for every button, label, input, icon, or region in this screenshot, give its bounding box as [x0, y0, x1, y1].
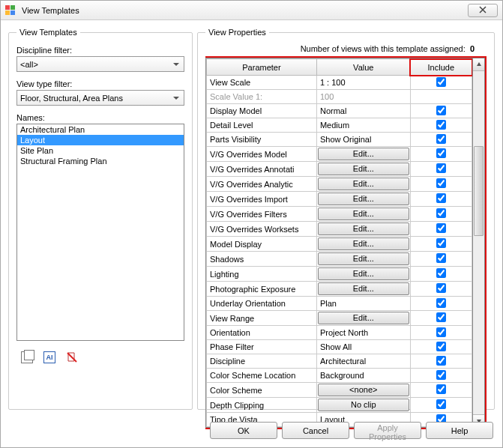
- table-row: View Scale1 : 100: [207, 76, 472, 90]
- discipline-filter-label: Discipline filter:: [16, 46, 184, 55]
- value-cell[interactable]: Edit...: [316, 177, 410, 192]
- discipline-filter-combo[interactable]: <all>: [16, 56, 184, 72]
- view-templates-dialog: View Templates View Templates Discipline…: [0, 0, 503, 448]
- view-templates-group: View Templates Discipline filter: <all> …: [8, 28, 193, 410]
- value-cell[interactable]: <none>: [316, 383, 410, 398]
- param-cell: V/G Overrides Analytic: [207, 177, 317, 192]
- include-checkbox[interactable]: [436, 148, 446, 158]
- value-cell[interactable]: 1 : 100: [316, 76, 410, 90]
- edit-button[interactable]: Edit...: [318, 267, 409, 280]
- value-cell[interactable]: Background: [316, 369, 410, 383]
- vertical-scrollbar[interactable]: [472, 58, 485, 428]
- edit-button[interactable]: No clip: [318, 399, 409, 411]
- include-cell: [410, 133, 472, 147]
- include-checkbox[interactable]: [436, 238, 446, 248]
- value-cell[interactable]: Edit...: [316, 252, 410, 267]
- value-cell[interactable]: Edit...: [316, 147, 410, 162]
- param-cell: V/G Overrides Filters: [207, 207, 317, 222]
- edit-button[interactable]: Edit...: [318, 312, 409, 324]
- edit-button[interactable]: Edit...: [318, 237, 409, 250]
- list-item[interactable]: Site Plan: [17, 145, 184, 156]
- button-row: OK Cancel Apply Properties Help: [1, 417, 502, 445]
- include-checkbox[interactable]: [436, 106, 446, 115]
- names-listbox[interactable]: Architectural PlanLayoutSite PlanStructu…: [16, 124, 184, 341]
- include-checkbox[interactable]: [436, 223, 446, 233]
- include-checkbox[interactable]: [436, 193, 446, 203]
- include-checkbox[interactable]: [436, 399, 446, 409]
- header-include[interactable]: Include: [410, 59, 472, 76]
- include-checkbox[interactable]: [436, 268, 446, 278]
- edit-button[interactable]: Edit...: [318, 178, 409, 190]
- table-row: Phase FilterShow All: [207, 340, 472, 354]
- header-value[interactable]: Value: [316, 59, 410, 76]
- header-parameter[interactable]: Parameter: [207, 59, 317, 76]
- value-cell[interactable]: Edit...: [316, 282, 410, 297]
- include-checkbox[interactable]: [436, 163, 446, 173]
- edit-button[interactable]: Edit...: [318, 282, 409, 295]
- param-cell: Photographic Exposure: [207, 282, 317, 297]
- assigned-count-label: Number of views with this template assig…: [301, 44, 466, 53]
- value-cell[interactable]: Medium: [316, 118, 410, 133]
- include-checkbox[interactable]: [436, 283, 446, 293]
- help-button[interactable]: Help: [426, 422, 493, 439]
- include-checkbox[interactable]: [436, 356, 446, 366]
- value-cell[interactable]: Edit...: [316, 267, 410, 282]
- list-item[interactable]: Structural Framing Plan: [17, 156, 184, 166]
- include-checkbox[interactable]: [436, 312, 446, 322]
- include-checkbox[interactable]: [436, 178, 446, 188]
- param-cell: Phase Filter: [207, 340, 317, 354]
- param-cell: Color Scheme: [207, 383, 317, 398]
- edit-button[interactable]: Edit...: [318, 193, 409, 205]
- scroll-up-icon[interactable]: [473, 58, 484, 71]
- include-checkbox[interactable]: [436, 120, 446, 130]
- param-cell: V/G Overrides Model: [207, 147, 317, 162]
- list-item[interactable]: Layout: [17, 135, 184, 145]
- value-cell[interactable]: Project North: [316, 326, 410, 340]
- cancel-button[interactable]: Cancel: [282, 422, 349, 439]
- value-cell[interactable]: Show All: [316, 340, 410, 354]
- value-cell[interactable]: Edit...: [316, 222, 410, 237]
- include-checkbox[interactable]: [436, 208, 446, 218]
- edit-button[interactable]: Edit...: [318, 223, 409, 235]
- edit-button[interactable]: Edit...: [318, 163, 409, 175]
- rename-icon[interactable]: AI: [43, 351, 55, 363]
- param-cell: Lighting: [207, 267, 317, 282]
- edit-button[interactable]: Edit...: [318, 208, 409, 220]
- include-cell: [410, 398, 472, 413]
- value-cell[interactable]: Edit...: [316, 162, 410, 177]
- edit-button[interactable]: Edit...: [318, 252, 409, 265]
- value-cell[interactable]: Edit...: [316, 237, 410, 252]
- edit-button[interactable]: <none>: [318, 384, 409, 396]
- include-cell: [410, 383, 472, 398]
- include-checkbox[interactable]: [436, 253, 446, 263]
- param-cell: Depth Clipping: [207, 398, 317, 413]
- ok-button[interactable]: OK: [210, 422, 277, 439]
- include-checkbox[interactable]: [436, 342, 446, 351]
- view-properties-legend: View Properties: [205, 28, 269, 37]
- include-checkbox[interactable]: [436, 384, 446, 394]
- delete-icon[interactable]: [66, 351, 78, 363]
- scroll-track[interactable]: [473, 71, 484, 414]
- view-type-filter-combo[interactable]: Floor, Structural, Area Plans: [16, 90, 184, 106]
- edit-button[interactable]: Edit...: [318, 148, 409, 160]
- value-cell[interactable]: Plan: [316, 297, 410, 311]
- include-checkbox[interactable]: [436, 134, 446, 144]
- duplicate-icon[interactable]: [21, 351, 33, 363]
- value-cell[interactable]: Normal: [316, 104, 410, 118]
- value-cell[interactable]: Edit...: [316, 192, 410, 207]
- include-checkbox[interactable]: [436, 370, 446, 380]
- table-row: Photographic ExposureEdit...: [207, 282, 472, 297]
- value-cell[interactable]: Edit...: [316, 311, 410, 326]
- value-cell[interactable]: Edit...: [316, 207, 410, 222]
- include-checkbox[interactable]: [436, 298, 446, 308]
- apply-properties-button[interactable]: Apply Properties: [354, 422, 421, 439]
- list-item[interactable]: Architectural Plan: [17, 124, 184, 135]
- close-button[interactable]: [468, 4, 498, 17]
- value-cell[interactable]: Architectural: [316, 354, 410, 369]
- value-cell[interactable]: Show Original: [316, 133, 410, 147]
- include-checkbox[interactable]: [436, 77, 446, 87]
- table-row: Color Scheme LocationBackground: [207, 369, 472, 383]
- scroll-thumb[interactable]: [474, 146, 484, 236]
- value-cell[interactable]: No clip: [316, 398, 410, 413]
- include-checkbox[interactable]: [436, 327, 446, 337]
